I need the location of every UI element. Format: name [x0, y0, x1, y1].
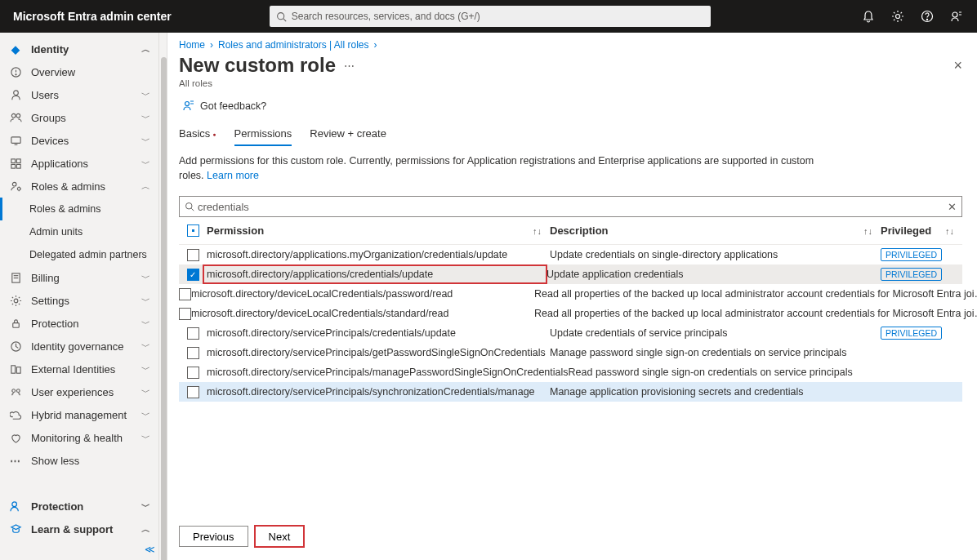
permissions-filter-input[interactable]: credentials ✕	[179, 196, 962, 217]
sidebar-subitem-delegated-admin-partners[interactable]: Delegated admin partners	[0, 243, 158, 266]
sidebar-item-applications[interactable]: Applications﹀	[0, 152, 158, 175]
sidebar-subitem-roles-admins[interactable]: Roles & admins	[0, 198, 158, 220]
permission-row[interactable]: microsoft.directory/applications.myOrgan…	[179, 245, 962, 264]
chevron-down-icon: ﹀	[141, 112, 150, 124]
svg-point-5	[952, 12, 957, 17]
permission-row[interactable]: microsoft.directory/servicePrincipals/sy…	[179, 382, 962, 402]
permission-row[interactable]: ✓microsoft.directory/applications/creden…	[179, 264, 962, 284]
svg-point-11	[16, 113, 20, 118]
svg-point-2	[896, 15, 900, 19]
col-description[interactable]: Description	[550, 224, 609, 237]
breadcrumb-link[interactable]: Home	[179, 39, 205, 51]
permission-row[interactable]: microsoft.directory/servicePrincipals/cr…	[179, 323, 962, 343]
sort-icon[interactable]: ↑↓	[533, 226, 542, 236]
sidebar-item-settings[interactable]: Settings﹀	[0, 289, 158, 312]
collapse-sidebar-button[interactable]: ≪	[145, 544, 155, 555]
overview-icon	[8, 64, 23, 79]
permission-description: Manage password single sign-on credentia…	[550, 347, 846, 358]
sidebar-item-hybrid-management[interactable]: Hybrid management﹀	[0, 403, 158, 426]
permission-description: Read all properties of the backed up loc…	[534, 308, 977, 319]
close-button[interactable]: ×	[953, 57, 962, 74]
feedback-icon[interactable]	[949, 9, 964, 24]
more-actions-icon[interactable]: ⋯	[344, 60, 355, 72]
notifications-icon[interactable]	[861, 9, 876, 24]
sidebar-item-label: Delegated admin partners	[29, 249, 147, 260]
svg-point-4	[926, 19, 927, 20]
sidebar-section-protection[interactable]: Protection ﹀	[0, 495, 158, 518]
sidebar-item-identity-governance[interactable]: Identity governance﹀	[0, 335, 158, 358]
sidebar-item-roles-admins[interactable]: Roles & admins︿	[0, 175, 158, 198]
sidebar-label: Protection	[31, 500, 83, 513]
sidebar-item-user-experiences[interactable]: User experiences﹀	[0, 380, 158, 403]
feedback-link[interactable]: Got feedback?	[182, 100, 962, 113]
tab-basics[interactable]: Basics	[179, 122, 216, 146]
sidebar-subitem-admin-units[interactable]: Admin units	[0, 220, 158, 243]
chevron-down-icon: ﹀	[141, 409, 150, 421]
main-content: Home › Roles and administrators | All ro…	[167, 33, 977, 560]
permission-row[interactable]: microsoft.directory/servicePrincipals/ma…	[179, 362, 962, 382]
sort-icon[interactable]: ↑↓	[863, 226, 872, 236]
breadcrumb-link[interactable]: Roles and administrators | All roles	[218, 39, 369, 51]
row-checkbox[interactable]	[179, 308, 191, 320]
tab-review[interactable]: Review + create	[310, 122, 386, 146]
permission-row[interactable]: microsoft.directory/deviceLocalCredentia…	[179, 304, 962, 323]
chevron-down-icon: ﹀	[141, 386, 150, 398]
app-title: Microsoft Entra admin center	[13, 10, 172, 23]
settings-icon[interactable]	[890, 9, 905, 24]
global-search[interactable]: Search resources, services, and docs (G+…	[270, 6, 711, 27]
sidebar-item-billing[interactable]: Billing﹀	[0, 266, 158, 289]
svg-point-31	[185, 102, 190, 106]
sidebar-section-learn[interactable]: Learn & support ︿	[0, 518, 158, 540]
privileged-badge: PRIVILEGED	[881, 268, 942, 281]
permission-name: microsoft.directory/servicePrincipals/ge…	[207, 347, 546, 358]
governance-icon	[8, 339, 23, 353]
row-checkbox[interactable]: ✓	[187, 269, 199, 281]
search-icon	[185, 202, 194, 211]
permission-row[interactable]: microsoft.directory/servicePrincipals/ge…	[179, 343, 962, 362]
sidebar-label: Learn & support	[31, 523, 113, 536]
billing-icon	[8, 270, 23, 285]
sort-icon[interactable]: ↑↓	[945, 226, 954, 236]
sidebar-item-overview[interactable]: Overview	[0, 60, 158, 83]
scrollbar-thumb[interactable]	[161, 57, 167, 560]
row-checkbox[interactable]	[179, 288, 191, 300]
col-permission[interactable]: Permission	[207, 224, 264, 237]
col-privileged[interactable]: Privileged	[881, 224, 931, 237]
permission-name: microsoft.directory/applications.myOrgan…	[207, 249, 507, 260]
tab-permissions[interactable]: Permissions	[234, 122, 292, 146]
svg-rect-12	[11, 136, 20, 143]
clear-filter-icon[interactable]: ✕	[948, 201, 957, 213]
sidebar-item-monitoring-health[interactable]: Monitoring & health﹀	[0, 426, 158, 449]
sidebar-item-external-identities[interactable]: External Identities﹀	[0, 358, 158, 380]
sidebar-item-label: Groups	[31, 112, 66, 124]
users-icon	[8, 87, 23, 102]
svg-point-28	[11, 389, 15, 392]
sidebar-item-devices[interactable]: Devices﹀	[0, 129, 158, 152]
sidebar-item-users[interactable]: Users﹀	[0, 83, 158, 106]
svg-point-18	[12, 182, 16, 186]
permission-name: microsoft.directory/deviceLocalCredentia…	[191, 288, 453, 300]
sidebar-item-protection[interactable]: Protection﹀	[0, 312, 158, 335]
row-checkbox[interactable]	[187, 367, 199, 379]
permission-name: microsoft.directory/servicePrincipals/ma…	[207, 367, 569, 378]
permission-row[interactable]: microsoft.directory/deviceLocalCredentia…	[179, 284, 962, 304]
previous-button[interactable]: Previous	[179, 526, 248, 547]
protection-icon	[8, 499, 23, 513]
help-icon[interactable]	[920, 9, 935, 24]
row-checkbox[interactable]	[187, 347, 199, 359]
permission-name: microsoft.directory/applications/credent…	[207, 269, 433, 280]
sidebar-item-show-less[interactable]: ⋯Show less	[0, 449, 158, 472]
sidebar-item-label: Protection	[31, 318, 79, 330]
learn-more-link[interactable]: Learn more	[207, 170, 259, 181]
row-checkbox[interactable]	[187, 327, 199, 340]
sidebar-section-identity[interactable]: ◆ Identity ︿	[0, 38, 158, 60]
sidebar-item-groups[interactable]: Groups﹀	[0, 106, 158, 129]
page-subtitle: All roles	[179, 78, 962, 88]
info-text: Add permissions for this custom role. Cu…	[179, 154, 816, 183]
row-checkbox[interactable]	[187, 249, 199, 261]
next-button[interactable]: Next	[255, 526, 305, 547]
tabs: Basics Permissions Review + create	[179, 122, 962, 146]
row-checkbox[interactable]	[187, 386, 199, 398]
sidebar-item-label: User experiences	[31, 386, 114, 398]
select-all-checkbox[interactable]	[187, 224, 199, 237]
